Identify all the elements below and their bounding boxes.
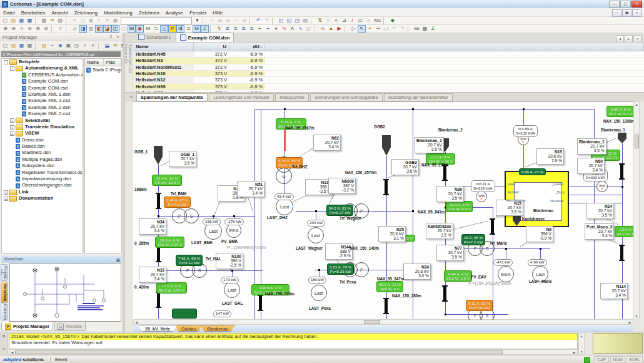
meter-circle[interactable]: WM▸	[596, 181, 608, 192]
tree-expander-icon[interactable]: +	[10, 131, 14, 136]
load-circle[interactable]: Last	[308, 227, 324, 243]
pin-icon[interactable]: ↧	[108, 34, 114, 40]
toolbar2-button[interactable]: ≣	[248, 25, 256, 33]
toolbar2-button[interactable]: ≣	[223, 25, 231, 33]
flag-badge[interactable]: 8.83 A, 70 %Pv=5.25 kW	[327, 263, 354, 275]
node-label-box[interactable]: N1920.6 kV2.9 %	[536, 148, 564, 165]
preview-tab-kommentare[interactable]: Kommentare	[1, 304, 8, 320]
toolbar2-button[interactable]: ▦	[421, 25, 429, 33]
column-header-du[interactable]: dU ▴	[229, 43, 265, 51]
power-value-label[interactable]: 294 kW	[307, 220, 325, 227]
node-label-box[interactable]: N1420.7 kV3.5 %	[586, 203, 614, 219]
tree-item[interactable]: SSubsystem.dsn	[2, 163, 83, 169]
toolbar2-button[interactable]: ↖	[358, 25, 366, 33]
mdi-close-button[interactable]: ×	[632, 9, 641, 17]
tree-item[interactable]: SStadtnetz.dsn	[2, 150, 83, 156]
tree-expander-icon[interactable]: +	[10, 125, 14, 130]
schematic-canvas[interactable]: PSPSPPωPSPSLastLastEEALastLastLastEEALas…	[133, 101, 633, 320]
breaker[interactable]	[259, 295, 262, 311]
breaker[interactable]	[157, 193, 160, 209]
toolbar1-button[interactable]: ≡	[332, 17, 340, 24]
toolbar1-button[interactable]: ◳	[293, 17, 301, 24]
menu-item-zeichnen[interactable]: Zeichnen	[136, 9, 163, 16]
toolbar2-button[interactable]: ↶	[390, 25, 398, 33]
flag-badge[interactable]: 8.88 A, 77 %	[519, 168, 546, 175]
menu-item-modellierung[interactable]: Modellierung	[101, 9, 136, 16]
toolbar2-button[interactable]: var	[413, 25, 421, 33]
toolbar1-button[interactable]: ⊞	[240, 17, 248, 24]
toolbar1-button[interactable]: ◆	[388, 17, 396, 24]
doc-tab-schaltplan1[interactable]: Schaltplan1	[134, 32, 176, 42]
load-circle[interactable]: Last	[224, 282, 240, 298]
node-label-box[interactable]: N11420.7 kV3.4 %	[600, 283, 628, 299]
toolbar1-button[interactable]: ✂	[71, 17, 79, 24]
title-bar[interactable]: C Cerberus - [Example COM.dsn] — ▢ ✕	[0, 0, 644, 8]
toolbar2-button[interactable]: ∿	[280, 25, 288, 33]
output-vertical-scrollbar[interactable]: ▲ ▼	[578, 333, 585, 355]
output-scroll-left-icon[interactable]: ◀	[10, 350, 14, 354]
toolbar1-button[interactable]: ○	[365, 17, 373, 24]
menu-item-hilfe[interactable]: Hilfe	[209, 9, 226, 16]
output-scroll-up-icon[interactable]: ▲	[579, 334, 584, 338]
toolbar1-button[interactable]: ⇄	[103, 17, 111, 24]
project-toolbar-button[interactable]: ▤	[9, 42, 18, 49]
breaker[interactable]	[620, 163, 623, 180]
toolbar1-button[interactable]: ▦	[18, 17, 26, 24]
node-label-box[interactable]: N2520.6 kV3.1 %	[378, 226, 406, 242]
toolbar2-button[interactable]: ∿	[296, 25, 304, 33]
close-button[interactable]: ✕	[631, 1, 642, 8]
node-label-box[interactable]: Blankenau_220.7 kV3.5 %	[415, 137, 444, 153]
tree-expander-icon[interactable]: +	[4, 190, 8, 195]
toolbar2-button[interactable]: #	[56, 25, 64, 33]
menu-item-datei[interactable]: Datei	[0, 9, 18, 16]
toolbar1-button[interactable]: +	[208, 17, 216, 24]
toolbar2-button[interactable]: ≣	[239, 25, 248, 33]
node-label-box[interactable]: N6220.7 kV3.4 %	[313, 135, 341, 151]
toolbar2-button[interactable]: ▶	[335, 25, 343, 33]
vertical-scroll-thumb[interactable]	[635, 135, 639, 148]
power-value-label[interactable]: 147 kW	[213, 310, 231, 317]
tree-expander-icon[interactable]: +	[10, 118, 14, 123]
power-value-label[interactable]: 180 kW	[308, 277, 326, 284]
toolbar1-button[interactable]: ✉	[48, 17, 56, 24]
toolbar2-button[interactable]: Λ	[288, 25, 296, 33]
menu-item-ansicht[interactable]: Ansicht	[48, 9, 71, 16]
tree-item[interactable]: SBasics.dsn	[2, 143, 83, 150]
load-circle[interactable]: Last	[276, 198, 293, 215]
toolbar2-button[interactable]: ◫	[111, 25, 119, 33]
node-label-box[interactable]: N2420.6 kV3.0 %	[403, 263, 431, 280]
flag-badge[interactable]: 66.1 A, 21 %926 W, 9 V	[376, 281, 403, 292]
toolbar1-button[interactable]: Abc	[373, 17, 382, 24]
toolbar2-button[interactable]: ⊕	[18, 25, 26, 33]
scroll-up-icon[interactable]: ▲	[634, 103, 639, 106]
power-value-label[interactable]: 4.98 kW	[528, 259, 547, 266]
flag-badge[interactable]: 8.48 A, 47 %Pv=4.2 kW	[164, 197, 191, 208]
toolbar2-button[interactable]: ↯	[215, 25, 223, 33]
transformer-winding[interactable]: ω	[276, 168, 292, 184]
meter-circle[interactable]: WM▸	[476, 191, 487, 202]
toolbar1-button[interactable]: ▤	[9, 17, 18, 24]
collapsed-dock-block[interactable]	[593, 333, 643, 354]
toolbar2-button[interactable]: ▲	[327, 25, 335, 33]
menu-item-analyse[interactable]: Analyse	[163, 9, 186, 16]
node-label-box[interactable]: N7720.7 kV3.5 %	[436, 245, 464, 261]
breaker[interactable]	[385, 298, 388, 314]
toolbar2-button[interactable]: ♦	[272, 25, 280, 33]
toolbar1-button[interactable]: ×	[95, 17, 103, 24]
preview-tab-vorschau[interactable]: Vorschau	[1, 282, 8, 303]
toolbar1-button[interactable]: /	[348, 17, 356, 24]
results-tab[interactable]: Sicherungen und Schutzgeräte	[310, 93, 383, 101]
results-close-icon[interactable]: ×	[128, 94, 134, 100]
toolbar1-button[interactable]: ⇅	[316, 17, 324, 24]
toolbar2-button[interactable]: ▥	[87, 25, 95, 33]
toolbar1-button[interactable]: ⊟	[224, 17, 232, 24]
node-label-box[interactable]: N144388 V-2.9 %	[325, 243, 353, 260]
tab-scroll-right-icon[interactable]: ▸	[625, 35, 633, 43]
output-horizontal-scrollbar[interactable]: ◀ ▶	[9, 349, 578, 355]
tree-expander-icon[interactable]: -	[10, 66, 14, 71]
toolbar1-button[interactable]: ▣	[87, 17, 95, 24]
toolbar1-button[interactable]: ↷	[263, 17, 271, 24]
load-circle[interactable]: Last	[311, 285, 327, 301]
tree-item[interactable]: +Selektivität	[2, 118, 83, 124]
power-value-label[interactable]: -176 kW	[224, 218, 244, 225]
